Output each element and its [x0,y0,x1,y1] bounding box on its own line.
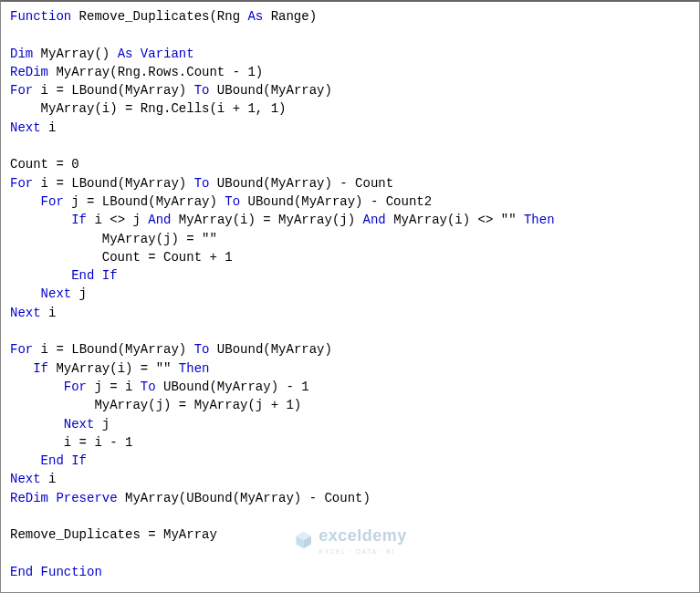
code-line[interactable]: For i = LBound(MyArray) To UBound(MyArra… [10,174,690,192]
code-line[interactable]: MyArray(i) = Rng.Cells(i + 1, 1) [10,99,690,118]
vba-code-editor[interactable]: Function Remove_Duplicates(Rng As Range)… [0,0,700,593]
code-line[interactable]: i = i - 1 [10,433,690,452]
code-line[interactable]: End Function [10,563,690,581]
code-line[interactable]: MyArray(j) = MyArray(j + 1) [10,396,690,414]
code-line[interactable]: Dim MyArray() As Variant [10,45,690,63]
code-line[interactable]: MyArray(j) = "" [10,230,690,248]
code-line[interactable]: ReDim Preserve MyArray(UBound(MyArray) -… [10,489,690,507]
code-line[interactable]: If MyArray(i) = "" Then [10,359,690,378]
code-line[interactable]: Next i [10,304,690,322]
code-line[interactable]: Next j [10,415,690,433]
code-line[interactable]: If i <> j And MyArray(i) = MyArray(j) An… [10,211,690,229]
code-line[interactable]: ReDim MyArray(Rng.Rows.Count - 1) [10,63,690,81]
code-line[interactable] [10,26,690,44]
code-line[interactable]: For j = i To UBound(MyArray) - 1 [10,378,690,396]
code-line[interactable] [10,137,690,155]
code-line[interactable]: For i = LBound(MyArray) To UBound(MyArra… [10,340,690,359]
code-line[interactable]: Next i [10,119,690,137]
code-line[interactable]: Count = 0 [10,155,690,173]
code-line[interactable]: End If [10,452,690,470]
code-block[interactable]: Function Remove_Duplicates(Rng As Range)… [10,7,690,581]
code-line[interactable]: Function Remove_Duplicates(Rng As Range) [10,7,690,26]
code-line[interactable] [10,507,690,525]
code-line[interactable]: For i = LBound(MyArray) To UBound(MyArra… [10,81,690,99]
code-line[interactable]: End If [10,266,690,285]
code-line[interactable]: Next j [10,285,690,303]
code-line[interactable] [10,545,690,563]
code-line[interactable]: Next i [10,470,690,488]
code-line[interactable] [10,322,690,340]
code-line[interactable]: Count = Count + 1 [10,248,690,266]
code-line[interactable]: Remove_Duplicates = MyArray [10,525,690,544]
code-line[interactable]: For j = LBound(MyArray) To UBound(MyArra… [10,192,690,211]
